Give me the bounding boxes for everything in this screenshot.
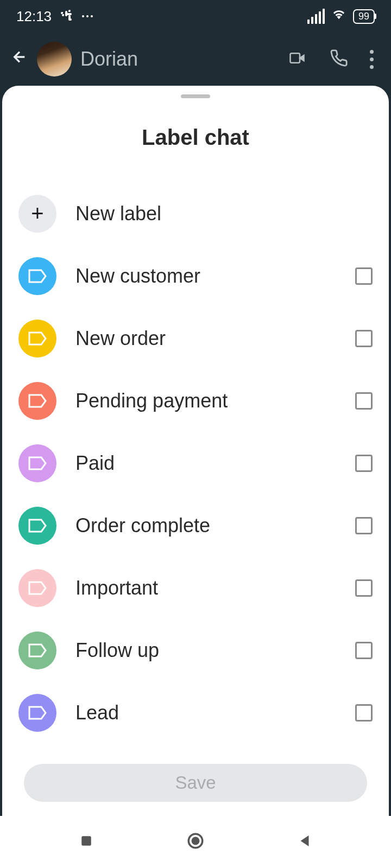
slack-icon: [60, 8, 73, 25]
label-tag-icon: [18, 444, 56, 482]
label-name: Important: [75, 577, 355, 599]
label-row[interactable]: Lead: [18, 681, 373, 744]
contact-avatar[interactable]: [37, 42, 72, 76]
video-call-button[interactable]: [286, 50, 308, 68]
label-row[interactable]: Pending payment: [18, 369, 373, 432]
voice-call-button[interactable]: [330, 49, 348, 69]
new-label-text: New label: [75, 202, 373, 225]
label-row[interactable]: New order: [18, 307, 373, 369]
battery-icon: 99: [353, 9, 375, 24]
label-tag-icon: [18, 257, 56, 295]
label-row[interactable]: Important: [18, 557, 373, 619]
label-name: New customer: [75, 265, 355, 288]
header-actions: [286, 49, 380, 69]
status-time: 12:13: [16, 8, 52, 25]
label-name: Pending payment: [75, 390, 355, 412]
label-checkbox[interactable]: [355, 517, 373, 534]
label-name: Order complete: [75, 514, 355, 537]
label-checkbox[interactable]: [355, 267, 373, 285]
label-name: Follow up: [75, 639, 355, 662]
sheet-title: Label chat: [2, 125, 389, 150]
chat-header: Dorian: [0, 33, 391, 86]
more-options-button[interactable]: [370, 50, 374, 69]
label-name: Paid: [75, 452, 355, 475]
label-tag-icon: [18, 382, 56, 420]
nav-back-button[interactable]: [297, 833, 313, 851]
nav-recent-button[interactable]: [78, 833, 94, 851]
label-checkbox[interactable]: [355, 330, 373, 347]
label-name: New order: [75, 327, 355, 350]
label-checkbox[interactable]: [355, 704, 373, 722]
label-checkbox[interactable]: [355, 392, 373, 410]
status-bar: 12:13 99: [0, 0, 391, 33]
label-tag-icon: [18, 507, 56, 545]
label-tag-icon: [18, 631, 56, 669]
label-checkbox[interactable]: [355, 642, 373, 659]
svg-rect-1: [82, 836, 92, 846]
svg-point-3: [192, 838, 198, 844]
more-notifications-icon: [82, 15, 93, 17]
status-right: 99: [307, 8, 375, 25]
status-left: 12:13: [16, 8, 93, 25]
label-chat-sheet: Label chat + New label New customer New …: [2, 86, 389, 816]
labels-list: + New label New customer New order Pendi…: [2, 182, 389, 744]
save-button[interactable]: Save: [24, 764, 367, 802]
label-row[interactable]: Order complete: [18, 494, 373, 557]
label-checkbox[interactable]: [355, 455, 373, 472]
label-row[interactable]: Paid: [18, 432, 373, 494]
nav-home-button[interactable]: [186, 832, 205, 852]
signal-icon: [307, 9, 325, 24]
new-label-button[interactable]: + New label: [18, 182, 373, 245]
label-row[interactable]: New customer: [18, 245, 373, 307]
label-row[interactable]: Follow up: [18, 619, 373, 681]
contact-name[interactable]: Dorian: [80, 48, 278, 71]
label-tag-icon: [18, 694, 56, 732]
sheet-drag-handle[interactable]: [181, 94, 210, 98]
label-tag-icon: [18, 569, 56, 607]
label-checkbox[interactable]: [355, 579, 373, 597]
label-name: Lead: [75, 701, 355, 724]
svg-rect-0: [291, 53, 300, 63]
navigation-bar: [0, 816, 391, 868]
wifi-icon: [331, 8, 346, 25]
label-tag-icon: [18, 320, 56, 358]
plus-icon: +: [18, 195, 56, 233]
back-button[interactable]: [11, 48, 28, 71]
